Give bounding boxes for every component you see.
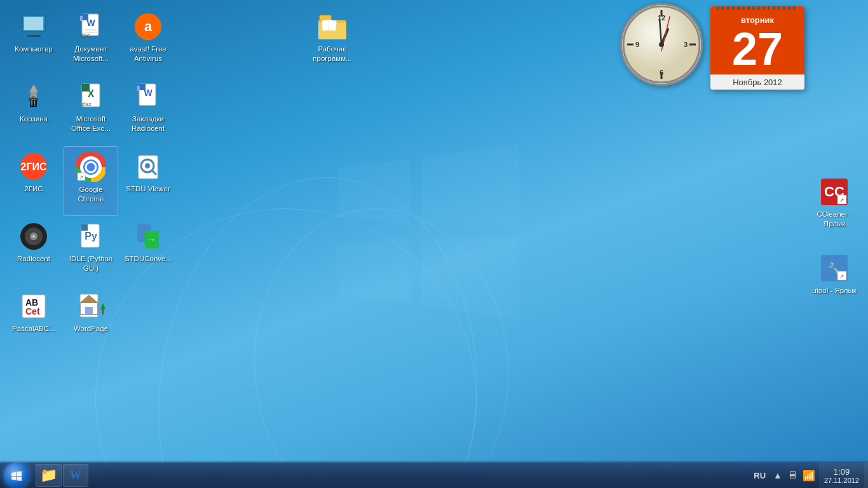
icon-2gis[interactable]: 2ГИС 2ГИС <box>6 146 61 216</box>
svg-rect-3 <box>27 35 41 37</box>
tray-network[interactable]: 🖥 <box>786 470 799 481</box>
svg-rect-1 <box>24 17 43 30</box>
icon-stdu-viewer[interactable]: STDU Viewer <box>121 146 175 216</box>
icon-zakl-radio[interactable]: W Закладки Radiocent <box>121 76 175 146</box>
icon-idle-label: IDLE (Python GUI) <box>66 254 116 273</box>
system-tray: ▲ 🖥 📶 <box>770 463 819 488</box>
icon-pascal[interactable]: AB Cet PascalABC... <box>6 286 61 356</box>
taskbar-word[interactable]: W <box>63 464 88 487</box>
taskbar-explorer[interactable]: 📁 <box>36 464 62 487</box>
icon-chrome-label: Google Chrome <box>67 185 115 204</box>
svg-point-81 <box>659 42 664 47</box>
icon-radiocent[interactable]: Radiocent <box>6 216 61 286</box>
svg-text:🗑: 🗑 <box>27 95 40 109</box>
taskbar-word-icon: W <box>70 469 81 482</box>
svg-marker-13 <box>29 85 38 92</box>
icon-computer[interactable]: Компьютер <box>6 6 61 76</box>
icon-utool[interactable]: 🔧 ↗ utool - Ярлык <box>807 248 862 298</box>
icon-stdu-viewer-label: STDU Viewer <box>126 184 170 194</box>
svg-text:3: 3 <box>684 41 688 48</box>
icon-excel-label: Microsoft Office Exc... <box>66 114 116 133</box>
start-button[interactable] <box>0 463 33 488</box>
icon-idle-python[interactable]: Py IDLE (Python GUI) <box>64 216 118 286</box>
icon-zakl-radio-label: Закладки Radiocent <box>123 114 173 133</box>
desktop: Компьютер W doc Документ Microsoft... <box>0 0 868 463</box>
icon-recycle-label: Корзина <box>20 114 48 124</box>
calendar-month-year: Ноябрь 2012 <box>710 74 804 90</box>
svg-text:xlsx: xlsx <box>81 101 92 107</box>
svg-rect-60 <box>328 20 336 31</box>
taskbar-explorer-icon: 📁 <box>40 467 57 484</box>
icon-avast-label: avast! Free Antivirus <box>123 44 173 64</box>
icon-work-programs[interactable]: Рабочие программ... <box>305 6 360 66</box>
icon-utool-label: utool - Ярлык <box>812 286 856 295</box>
svg-rect-24 <box>137 86 140 91</box>
icon-document-ms-label: Документ Microsoft... <box>66 44 116 64</box>
show-desktop-button[interactable] <box>864 463 868 488</box>
clock-widget: 12 3 6 9 <box>620 3 703 86</box>
icon-avast[interactable]: a avast! Free Antivirus <box>121 6 175 76</box>
icon-wordpage-label: WordPage <box>74 324 108 334</box>
svg-text:doc: doc <box>81 32 90 39</box>
svg-rect-9 <box>80 16 83 21</box>
desktop-icons-container: Компьютер W doc Документ Microsoft... <box>6 6 178 356</box>
svg-rect-41 <box>81 224 88 231</box>
svg-point-29 <box>86 162 96 172</box>
svg-text:6: 6 <box>660 69 663 76</box>
icon-stdu-conv[interactable]: → STDUConve... <box>121 216 175 286</box>
start-orb[interactable] <box>4 463 29 488</box>
icon-chrome[interactable]: ↗ Google Chrome <box>64 146 118 216</box>
clock-date: 27.11.2012 <box>824 477 859 484</box>
icon-document-ms[interactable]: W doc Документ Microsoft... <box>64 6 118 76</box>
svg-text:Py: Py <box>85 231 97 241</box>
tray-arrow[interactable]: ▲ <box>772 470 783 480</box>
calendar-day-number: 27 <box>710 26 804 74</box>
taskbar-items: 📁 W <box>36 463 88 488</box>
calendar-day-of-week: вторник <box>710 6 804 26</box>
svg-text:12: 12 <box>658 14 665 22</box>
taskbar: 📁 W RU ▲ 🖥 📶 1:09 27.11.2012 <box>0 463 868 488</box>
svg-text:a: a <box>144 18 153 34</box>
icon-radiocent-label: Radiocent <box>17 254 50 264</box>
icon-ccleaner[interactable]: CC ↗ CCleaner - Ярлык <box>807 172 862 231</box>
svg-text:↗: ↗ <box>79 174 84 180</box>
svg-text:→: → <box>148 235 156 244</box>
svg-rect-52 <box>85 307 93 315</box>
svg-text:W: W <box>144 88 153 98</box>
icon-wordpage[interactable]: WordPage <box>64 286 118 356</box>
svg-text:Cet: Cet <box>25 306 40 316</box>
svg-text:W: W <box>86 18 95 28</box>
svg-marker-53 <box>100 303 105 309</box>
icon-computer-label: Компьютер <box>15 44 53 54</box>
language-indicator[interactable]: RU <box>750 471 770 480</box>
icon-ccleaner-label: CCleaner - Ярлык <box>810 210 859 229</box>
svg-text:9: 9 <box>635 41 639 48</box>
clock-time: 1:09 <box>834 467 850 477</box>
windows-logo <box>301 111 567 352</box>
svg-rect-2 <box>29 32 38 35</box>
icon-recycle[interactable]: 🗑 Корзина <box>6 76 61 146</box>
icon-excel[interactable]: X xlsx Microsoft Office Exc... <box>64 76 118 146</box>
svg-point-39 <box>32 235 35 238</box>
svg-text:↗: ↗ <box>839 197 844 203</box>
svg-point-35 <box>145 163 150 168</box>
icon-stdu-conv-label: STDUConve... <box>125 254 172 264</box>
tray-volume[interactable]: 📶 <box>801 470 817 482</box>
icon-pascal-label: PascalABC... <box>12 324 55 334</box>
icon-work-programs-label: Рабочие программ... <box>308 44 357 64</box>
clock-display[interactable]: 1:09 27.11.2012 <box>819 463 864 488</box>
svg-text:X: X <box>88 88 95 99</box>
calendar-widget[interactable]: вторник 27 Ноябрь 2012 <box>710 6 804 90</box>
svg-text:2ГИС: 2ГИС <box>20 161 46 172</box>
svg-rect-54 <box>102 309 104 315</box>
taskbar-right: RU ▲ 🖥 📶 1:09 27.11.2012 <box>750 463 868 488</box>
icon-2gis-label: 2ГИС <box>24 184 43 194</box>
svg-text:↗: ↗ <box>839 273 844 280</box>
